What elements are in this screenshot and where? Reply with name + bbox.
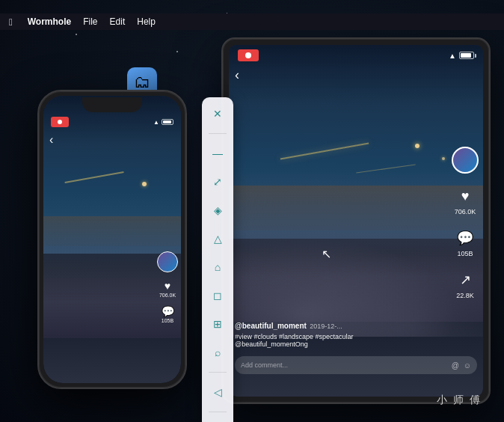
iphone-comment-count: 105B — [162, 318, 173, 323]
light-dot-1 — [415, 144, 420, 148]
toolbar-divider-1 — [209, 133, 227, 134]
tiktok-date: 2019-12-... — [310, 322, 342, 330]
menu-app-name[interactable]: Wormhole — [28, 16, 71, 27]
rec-dot — [245, 52, 251, 58]
toolbar-grid-icon[interactable]: ⊞ — [209, 315, 227, 333]
comment-placeholder: Add comment... — [241, 361, 452, 369]
iphone-back-button[interactable]: ‹ — [49, 133, 53, 147]
battery-icon — [459, 52, 474, 59]
share-action[interactable]: ↗ 22.8K — [455, 269, 476, 299]
iphone-like-count: 706.0K — [159, 293, 176, 298]
share-count: 22.8K — [456, 292, 474, 299]
tiktok-tags: #view #clouds #landscape #spectacular — [235, 333, 446, 340]
tiktok-mention: @beautiful_momentOng — [235, 340, 446, 348]
toolbar-camera-icon[interactable]: ⌕ — [209, 343, 227, 361]
iphone-device: ▲ ‹ ♥ 706.0K 💬 105B — [37, 90, 187, 389]
mention-icon[interactable]: ☺ — [464, 361, 471, 370]
toolbar-copy-icon[interactable]: ◻ — [209, 287, 227, 305]
tiktok-sidebar: ♥ 706.0K 💬 105B ↗ 22.8K — [452, 147, 479, 299]
status-icons-right: ▲ — [449, 52, 474, 60]
iphone-battery-icon — [162, 119, 173, 125]
menu-bar:  Wormhole File Edit Help — [0, 13, 504, 30]
toolbar-triangle-icon[interactable]: △ — [209, 230, 227, 248]
menu-edit[interactable]: Edit — [110, 16, 126, 27]
toolbar-expand-icon[interactable]: ⤢ — [209, 173, 227, 191]
ipad-status-bar: ▲ — [238, 49, 474, 61]
iphone-status-right: ▲ — [153, 119, 173, 126]
iphone-wifi-icon: ▲ — [153, 119, 159, 126]
iphone-avatar[interactable] — [157, 251, 178, 272]
comment-action[interactable]: 💬 105B — [455, 227, 476, 257]
ipad-tiktok-screen: ▲ ‹ ♥ 706.0K 💬 105B — [229, 45, 483, 397]
wifi-icon: ▲ — [449, 52, 456, 60]
toolbar-house-icon[interactable]: ⌂ — [209, 258, 227, 276]
ipad-device: ▲ ‹ ♥ 706.0K 💬 105B — [221, 37, 491, 404]
watermark: 小 师 傅 — [437, 394, 482, 407]
iphone-rec-dot — [58, 120, 62, 124]
ipad-screen: ▲ ‹ ♥ 706.0K 💬 105B — [229, 45, 483, 397]
iphone-screen: ▲ ‹ ♥ 706.0K 💬 105B — [43, 96, 181, 383]
toolbar-divider-2 — [209, 372, 227, 373]
iphone-comment-action[interactable]: 💬 105B — [162, 305, 174, 323]
comment-count: 105B — [457, 250, 473, 257]
heart-icon: ♥ — [455, 186, 476, 207]
tiktok-back-button[interactable]: ‹ — [235, 67, 239, 83]
toolbar-divider-3 — [209, 412, 227, 412]
menu-file[interactable]: File — [83, 16, 97, 27]
tiktok-avatar[interactable] — [452, 147, 479, 174]
iphone-sidebar: ♥ 706.0K 💬 105B — [157, 251, 178, 323]
like-count: 706.0K — [455, 208, 476, 215]
toolbar-audio-icon[interactable]: ◁ — [209, 383, 227, 401]
toolbar-minus-icon[interactable]: — — [209, 144, 227, 162]
ipad-rec-indicator — [238, 49, 259, 61]
tiktok-info: @beautiful_moment 2019-12-... #view #clo… — [235, 318, 446, 348]
iphone-heart-icon: ♥ — [165, 280, 170, 292]
iphone-comment-icon: 💬 — [162, 305, 174, 317]
like-action[interactable]: ♥ 706.0K — [455, 186, 476, 215]
share-icon: ↗ — [455, 269, 476, 290]
comment-icon: 💬 — [455, 227, 476, 248]
comment-bar[interactable]: Add comment... @ ☺ — [235, 356, 477, 374]
iphone-notch — [82, 97, 142, 112]
iphone-status-bar: ▲ — [51, 117, 173, 127]
iphone-like-action[interactable]: ♥ 706.0K — [159, 280, 176, 298]
emoji-icon[interactable]: @ — [452, 361, 459, 370]
tiktok-username-line: @beautiful_moment 2019-12-... — [235, 318, 446, 331]
toolbar-panel: ✕ — ⤢ ◈ △ ⌂ ◻ ⊞ ⌕ ◁ ⚙ — [202, 97, 233, 422]
iphone-battery-fill — [163, 120, 171, 123]
toolbar-close-icon[interactable]: ✕ — [209, 105, 227, 123]
iphone-rec-indicator — [51, 117, 69, 127]
comment-icons: @ ☺ — [452, 361, 471, 370]
apple-menu[interactable]:  — [9, 16, 13, 28]
iphone-tiktok-screen: ▲ ‹ ♥ 706.0K 💬 105B — [43, 96, 181, 383]
toolbar-cursor-icon[interactable]: ◈ — [209, 201, 227, 219]
tiktok-username: @beautiful_moment — [235, 322, 307, 330]
battery-fill — [461, 53, 471, 58]
menu-help[interactable]: Help — [137, 16, 156, 27]
